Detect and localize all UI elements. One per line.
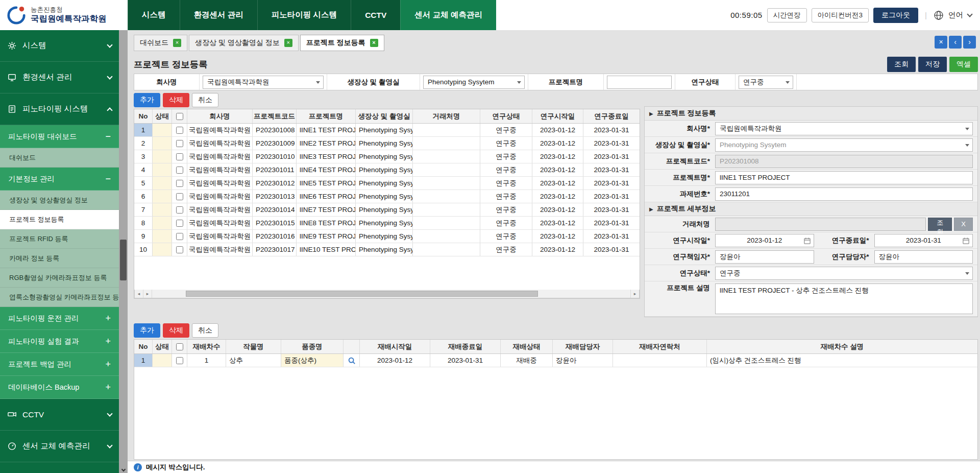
research-status-select[interactable]: 연구중 (739, 76, 793, 89)
logout-button[interactable]: 로그아웃 (873, 8, 918, 23)
calendar-icon[interactable] (803, 237, 811, 245)
collapse-icon[interactable]: − (105, 174, 111, 183)
project-name-field[interactable] (715, 171, 973, 184)
tab-close-icon[interactable]: × (173, 39, 181, 47)
sidebar-section-project-backup[interactable]: 프로젝트 백업 관리 + (0, 353, 119, 376)
scrollbar-thumb[interactable] (186, 291, 538, 297)
tab-close-icon[interactable]: × (370, 39, 378, 47)
column-header-no[interactable]: No (134, 340, 153, 353)
column-header-crop[interactable]: 작물명 (226, 340, 281, 353)
scroll-left-arrow[interactable]: ◂ (135, 290, 143, 298)
delete-button[interactable]: 삭제 (163, 323, 189, 338)
column-header-checkbox[interactable] (172, 340, 187, 353)
search-button[interactable]: 조회 (887, 57, 916, 72)
column-header-client[interactable]: 거래처명 (413, 109, 480, 123)
research-manager-input[interactable] (874, 250, 973, 264)
scrollbar-thumb[interactable] (120, 240, 127, 280)
table-row[interactable]: 5 국립원예특작과학원 P202301012 lINE5 TEST PROJEC… (134, 177, 640, 190)
row-checkbox[interactable] (176, 140, 183, 147)
cancel-button[interactable]: 취소 (192, 93, 218, 107)
sidebar-item-camera-info[interactable]: 카메라 정보 등록 (0, 249, 119, 268)
sidebar-item-sensor-replace[interactable]: 센서 교체 예측관리 (0, 431, 119, 462)
sidebar-item-env-sensor[interactable]: 환경센서 관리 (0, 62, 119, 93)
row-checkbox[interactable] (176, 127, 183, 134)
calendar-icon[interactable] (962, 237, 970, 245)
row-checkbox[interactable] (176, 180, 183, 187)
scroll-right-arrow[interactable]: ▸ (143, 290, 152, 298)
table-row[interactable]: 1 1 상추 품종(상추) 2023-01-12 2023-01-31 재배중 … (134, 354, 977, 367)
sidebar-item-chamber-info[interactable]: 생장상 및 영상촬영실 정보 (0, 191, 119, 210)
extend-time-button[interactable]: 시간연장 (767, 8, 807, 22)
cell-search[interactable] (344, 354, 360, 367)
column-header-checkbox[interactable] (172, 109, 187, 123)
project-name-input[interactable] (607, 76, 672, 89)
row-checkbox[interactable] (176, 206, 183, 214)
tabs-scroll-left-button[interactable]: ‹ (949, 36, 962, 49)
column-header-code[interactable]: 프로젝트코드 (253, 109, 297, 123)
start-date-input[interactable] (715, 234, 814, 247)
column-header-start[interactable]: 연구시작일 (532, 109, 583, 123)
select-all-checkbox[interactable] (176, 343, 183, 350)
nav-phenotyping[interactable]: 피노타이핑 시스템 (257, 0, 351, 30)
column-header-status[interactable]: 상태 (153, 340, 172, 353)
scroll-down-arrow[interactable] (119, 466, 128, 472)
sidebar-section-operation[interactable]: 피노타이핑 운전 관리 + (0, 307, 119, 330)
collapse-icon[interactable]: − (105, 132, 111, 141)
expand-icon[interactable]: + (105, 383, 111, 392)
tab-dashboard[interactable]: 대쉬보드 × (134, 35, 187, 51)
cancel-button[interactable]: 취소 (192, 323, 218, 338)
add-button[interactable]: 추가 (134, 323, 160, 338)
table-row[interactable]: 3 국립원예특작과학원 P202301010 lINE3 TEST PROJEC… (134, 150, 640, 163)
project-description-textarea[interactable] (715, 283, 973, 314)
client-search-button[interactable]: 조회 (928, 218, 952, 231)
column-header-contact[interactable]: 재배자연락처 (613, 340, 707, 353)
table-row[interactable]: 7 국립원예특작과학원 P202301014 lINE7 TEST PROJEC… (134, 203, 640, 217)
excel-button[interactable]: 엑셀 (949, 57, 978, 72)
company-select[interactable]: 국립원예특작과학원 (203, 76, 324, 89)
language-selector[interactable]: 언어 (948, 10, 963, 20)
sidebar-section-experiment-results[interactable]: 피노타이핑 실험 결과 + (0, 330, 119, 353)
client-clear-button[interactable]: X (954, 218, 973, 231)
column-header-end[interactable]: 연구종료일 (583, 109, 640, 123)
sidebar-section-basic-info[interactable]: 기본정보 관리 − (0, 168, 119, 191)
row-checkbox[interactable] (176, 167, 183, 174)
table-row[interactable]: 9 국립원예특작과학원 P202301016 lINE9 TEST PROJEC… (134, 230, 640, 243)
row-checkbox[interactable] (176, 233, 183, 240)
column-header-status[interactable]: 상태 (153, 109, 172, 123)
column-header-name[interactable]: 프로젝트명 (297, 109, 356, 123)
task-number-input[interactable] (715, 187, 973, 201)
sidebar-section-database-backup[interactable]: 데이타베이스 Backup + (0, 376, 119, 399)
expand-icon[interactable]: + (105, 337, 111, 346)
table-row[interactable]: 4 국립원예특작과학원 P202301011 lINE4 TEST PROJEC… (134, 163, 640, 177)
add-button[interactable]: 추가 (134, 93, 160, 107)
detail-company-select[interactable]: 국립원예특작과학원 (715, 122, 973, 135)
column-header-chamber[interactable]: 생장상 및 촬영실 (356, 109, 413, 123)
row-checkbox[interactable] (176, 153, 183, 160)
column-header-manager[interactable]: 재배담당자 (553, 340, 613, 353)
column-header-rstatus[interactable]: 연구상태 (480, 109, 532, 123)
save-button[interactable]: 저장 (918, 57, 947, 72)
tab-project-registration[interactable]: 프로젝트 정보등록 × (300, 35, 384, 51)
nav-env-sensor[interactable]: 환경센서 관리 (180, 0, 257, 30)
sidebar-item-project-rfid[interactable]: 프로젝트 RFID 등록 (0, 229, 119, 249)
column-header-start[interactable]: 재배시작일 (360, 340, 430, 353)
expand-icon[interactable]: + (105, 314, 111, 323)
search-icon[interactable] (348, 357, 356, 365)
delete-button[interactable]: 삭제 (163, 93, 189, 107)
row-checkbox[interactable] (176, 246, 183, 253)
research-lead-input[interactable] (715, 250, 814, 264)
row-checkbox[interactable] (176, 193, 183, 200)
tabs-close-all-button[interactable]: × (935, 36, 947, 49)
sidebar-section-phenotyping-dashboard[interactable]: 피노타이핑 대쉬보드 − (0, 125, 119, 148)
horizontal-scrollbar[interactable]: ◂ ▸ ▸ (134, 290, 640, 298)
account-button[interactable]: 아이티컨버전3 (812, 8, 869, 22)
sidebar-item-phenotyping[interactable]: 피노타이핑 시스템 (0, 93, 119, 125)
end-date-input[interactable] (874, 234, 973, 247)
row-checkbox[interactable] (176, 220, 183, 227)
tab-close-icon[interactable]: × (284, 39, 292, 47)
column-header-company[interactable]: 회사명 (187, 109, 253, 123)
table-row[interactable]: 2 국립원예특작과학원 P202301009 lINE2 TEST PROJEC… (134, 137, 640, 150)
column-header-end[interactable]: 재배종료일 (430, 340, 501, 353)
select-all-checkbox[interactable] (176, 113, 183, 120)
tab-chamber-info[interactable]: 생장상 및 영상촬영실 정보 × (189, 35, 299, 51)
